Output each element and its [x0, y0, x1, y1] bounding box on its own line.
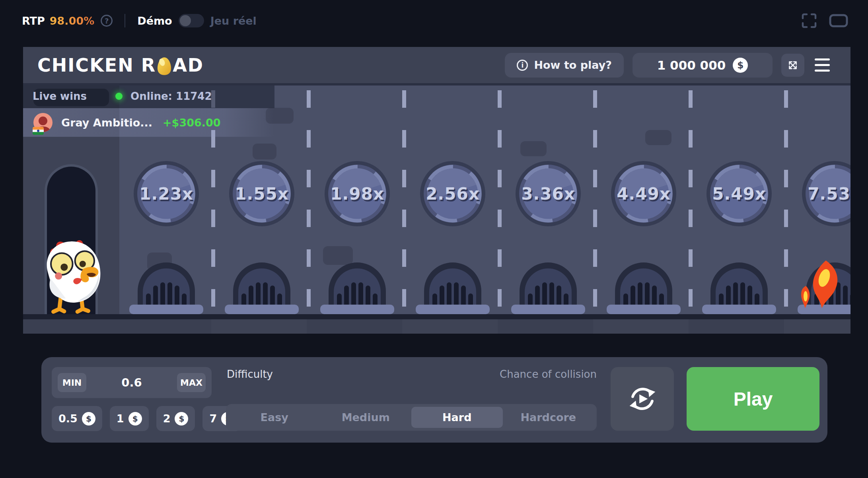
balance-display[interactable]: 1 000 000 $: [633, 53, 773, 78]
expand-arrows-icon: [787, 59, 799, 71]
multiplier-disc-8: 7.53x: [802, 161, 850, 227]
divider: [125, 14, 125, 27]
lane-divider: [402, 85, 406, 314]
toggle-knob: [180, 15, 191, 26]
min-bet-button[interactable]: MIN: [58, 373, 86, 392]
winner-name: Gray Ambitio...: [61, 117, 152, 129]
dollar-icon: $: [733, 58, 748, 73]
tab-medium[interactable]: Medium: [320, 407, 412, 428]
rtp-value: 98.00%: [50, 15, 94, 27]
balance-value: 1 000 000: [657, 58, 726, 72]
chicken-character: [36, 235, 107, 315]
quick-bet-1-button[interactable]: 1 $: [110, 406, 149, 431]
demo-mode-label: Démo: [137, 15, 172, 27]
multiplier-disc-1: 1.23x: [133, 161, 199, 227]
difficulty-label: Difficulty: [227, 368, 273, 380]
lane-divider: [307, 85, 311, 314]
bet-amount-box: MIN 0.6 MAX: [52, 367, 212, 398]
quick-bet-0.5-button[interactable]: 0.5 $: [52, 406, 102, 431]
dollar-icon: $: [175, 412, 188, 426]
live-wins-bar: Live wins Online: 11742: [33, 90, 212, 102]
tab-hardcore[interactable]: Hardcore: [503, 407, 594, 428]
header-actions: i How to play? 1 000 000 $: [505, 53, 831, 78]
multiplier-disc-7: 5.49x: [706, 161, 772, 227]
game-header: CHICKEN R AD i How to play? 1 000 000 $: [23, 47, 850, 85]
india-flag-icon: [33, 127, 44, 135]
menu-button[interactable]: [813, 57, 831, 73]
window-controls: [801, 13, 848, 29]
difficulty-tabs: Easy Medium Hard Hardcore: [226, 404, 597, 431]
multiplier-disc-6: 4.49x: [611, 161, 677, 227]
winner-amount: +$306.00: [163, 117, 221, 129]
multiplier-value: 1.55x: [229, 161, 295, 227]
road-curb: [23, 314, 850, 319]
online-status-dot: [115, 93, 123, 100]
multiplier-value: 2.56x: [420, 161, 486, 227]
lane-divider: [498, 85, 502, 314]
chicken-road-page: RTP 98.00% ? Démo Jeu réel CHICKEN R: [0, 0, 868, 478]
tab-hard[interactable]: Hard: [411, 407, 503, 428]
road-patch: [253, 144, 276, 159]
game-road: 1.23x 1.55x 1.98x 2.56x 3.36x 4.49x: [23, 85, 850, 334]
menu-icon: [815, 58, 830, 60]
multiplier-value: 5.49x: [706, 161, 772, 227]
quick-bet-2-button[interactable]: 2 $: [156, 406, 195, 431]
real-mode-label: Jeu réel: [210, 15, 257, 27]
play-button[interactable]: Play: [687, 367, 819, 431]
multiplier-value: 4.49x: [611, 161, 677, 227]
road-patch: [520, 141, 547, 156]
egg-icon: [157, 56, 172, 76]
tab-easy[interactable]: Easy: [229, 407, 320, 428]
chance-of-collision-label: Chance of collision: [457, 368, 597, 380]
sewer-grate: [606, 255, 681, 314]
fire-icon: [800, 256, 850, 313]
live-wins-title: Live wins: [33, 90, 87, 102]
fullscreen-icon[interactable]: [801, 13, 817, 29]
sewer-grate: [415, 255, 490, 314]
sewer-grate: [319, 255, 395, 314]
expand-button[interactable]: [781, 54, 804, 77]
autoplay-icon: [627, 383, 658, 414]
dollar-icon: $: [82, 412, 95, 426]
how-to-play-button[interactable]: i How to play?: [505, 53, 624, 78]
multiplier-value: 1.98x: [324, 161, 390, 227]
top-bar: RTP 98.00% ? Démo Jeu réel: [22, 10, 848, 32]
theater-mode-icon[interactable]: [829, 14, 848, 27]
logo-text-right: AD: [173, 54, 204, 76]
multiplier-disc-3: 1.98x: [324, 161, 390, 227]
bet-amount-value[interactable]: 0.6: [121, 376, 142, 389]
road-patch: [645, 130, 671, 145]
help-icon[interactable]: ?: [101, 15, 113, 27]
max-bet-button[interactable]: MAX: [177, 373, 206, 392]
sewer-grate: [224, 255, 300, 314]
autoplay-button[interactable]: [611, 367, 674, 431]
control-panel: MIN 0.6 MAX 0.5 $ 1 $ 2 $ 7 $ Difficulty…: [41, 357, 827, 443]
game-window: CHICKEN R AD i How to play? 1 000 000 $: [23, 47, 850, 334]
logo-text-left: CHICKEN R: [37, 54, 156, 76]
multiplier-disc-2: 1.55x: [229, 161, 295, 227]
multiplier-disc-5: 3.36x: [515, 161, 581, 227]
multiplier-value: 3.36x: [515, 161, 581, 227]
info-icon: i: [517, 60, 528, 71]
multiplier-value: 1.23x: [133, 161, 199, 227]
sewer-grate: [510, 255, 586, 314]
lane-divider: [593, 85, 597, 314]
chicken-road-logo: CHICKEN R AD: [37, 54, 204, 76]
lane-divider: [689, 85, 693, 314]
sewer-grate: [128, 255, 204, 314]
quick-bet-row: 0.5 $ 1 $ 2 $ 7 $: [52, 406, 241, 431]
dollar-icon: $: [128, 412, 142, 426]
sewer-grate: [701, 255, 777, 314]
demo-real-toggle[interactable]: [179, 14, 204, 27]
how-to-play-label: How to play?: [534, 59, 612, 71]
lane-divider: [784, 85, 788, 314]
online-count: Online: 11742: [130, 90, 212, 102]
multiplier-value: 7.53x: [802, 161, 850, 227]
live-win-entry: Gray Ambitio... +$306.00: [23, 108, 274, 137]
multiplier-disc-4: 2.56x: [420, 161, 486, 227]
rtp-label: RTP: [22, 15, 45, 27]
winner-avatar-wrap: [33, 113, 53, 132]
